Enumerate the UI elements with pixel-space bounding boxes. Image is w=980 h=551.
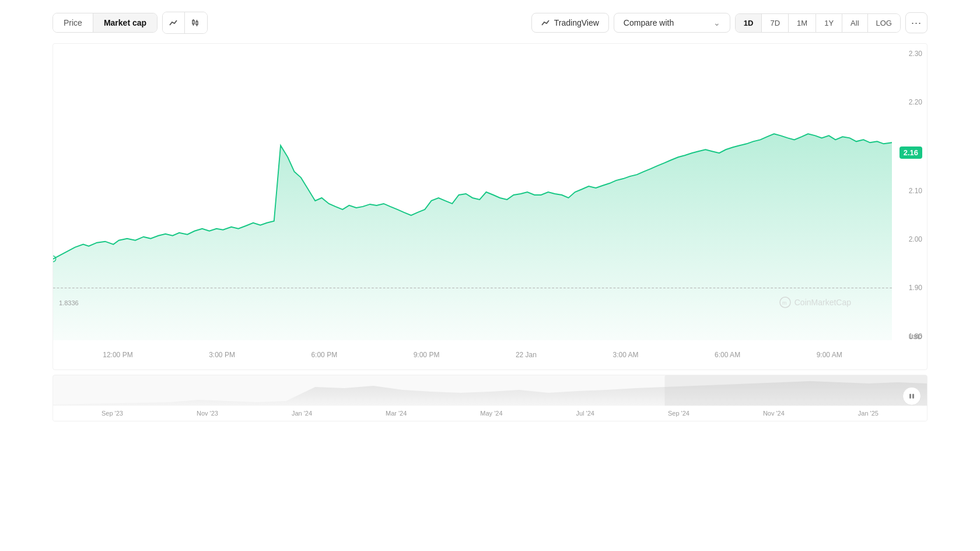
svg-rect-0 [192, 20, 194, 24]
y-axis: 2.30 2.20 2.16 2.10 2.00 1.90 1.80 [892, 44, 927, 369]
minimap-x-jan25: Jan '25 [858, 410, 878, 417]
x-label-2: 6:00 PM [311, 351, 337, 359]
line-chart-button[interactable] [163, 12, 185, 33]
min-price-label: 1.8336 [59, 299, 79, 306]
y-label-210: 2.10 [894, 187, 922, 195]
minimap-svg [53, 375, 927, 408]
svg-rect-11 [909, 394, 911, 399]
x-label-7: 9:00 AM [817, 351, 842, 359]
compare-label: Compare with [624, 18, 674, 27]
watermark: m CoinMarketCap [779, 297, 851, 308]
minimap-x-jul24: Jul '24 [576, 410, 594, 417]
minimap-x-mar24: Mar '24 [386, 410, 407, 417]
tradingview-label: TradingView [554, 18, 599, 27]
main-chart-container: 1.8336 m CoinMarketCap 2.30 2.20 2.16 2.… [52, 43, 928, 370]
chart-type-group [162, 12, 208, 34]
svg-rect-12 [912, 394, 914, 399]
x-label-4: 22 Jan [516, 351, 537, 359]
x-label-5: 3:00 AM [613, 351, 639, 359]
chart-svg [53, 44, 892, 340]
candle-chart-button[interactable] [185, 12, 207, 33]
y-label-190: 1.90 [894, 284, 922, 292]
minimap-x-may24: May '24 [480, 410, 502, 417]
y-label-200: 2.00 [894, 235, 922, 243]
price-button[interactable]: Price [53, 13, 93, 32]
more-options-button[interactable]: ··· [905, 12, 928, 33]
x-label-3: 9:00 PM [414, 351, 440, 359]
minimap-x-sep23: Sep '23 [102, 410, 123, 417]
minimap-x-axis: Sep '23 Nov '23 Jan '24 Mar '24 May '24 … [53, 406, 927, 421]
watermark-text: CoinMarketCap [794, 298, 851, 307]
time-1d-button[interactable]: 1D [736, 14, 762, 32]
minimap-container: Sep '23 Nov '23 Jan '24 Mar '24 May '24 … [52, 375, 928, 421]
time-1y-button[interactable]: 1Y [816, 14, 842, 32]
compare-dropdown[interactable]: Compare with ⌄ [614, 13, 730, 33]
price-marketcap-group: Price Market cap [52, 13, 158, 33]
time-all-button[interactable]: All [842, 14, 867, 32]
minimap-x-nov23: Nov '23 [197, 410, 218, 417]
time-7d-button[interactable]: 7D [762, 14, 789, 32]
chart-plot-area: 1.8336 m CoinMarketCap [53, 44, 892, 340]
y-label-230: 2.30 [894, 50, 922, 58]
usd-label: USD [909, 333, 922, 340]
minimap-x-jan24: Jan '24 [292, 410, 312, 417]
tradingview-button[interactable]: TradingView [531, 13, 609, 33]
x-label-1: 3:00 PM [209, 351, 235, 359]
pause-button[interactable] [902, 387, 921, 406]
x-label-0: 12:00 PM [103, 351, 132, 359]
market-cap-button[interactable]: Market cap [93, 13, 157, 32]
x-label-6: 6:00 AM [715, 351, 740, 359]
minimap-x-sep24: Sep '24 [668, 410, 690, 417]
toolbar: Price Market cap TradingView Compar [0, 0, 980, 43]
minimap-x-nov24: Nov '24 [763, 410, 785, 417]
log-button[interactable]: LOG [868, 14, 900, 32]
time-period-group: 1D 7D 1M 1Y All LOG [735, 13, 901, 33]
y-label-220: 2.20 [894, 98, 922, 106]
x-axis: 12:00 PM 3:00 PM 6:00 PM 9:00 PM 22 Jan … [53, 340, 892, 369]
svg-rect-3 [196, 22, 198, 25]
time-1m-button[interactable]: 1M [789, 14, 816, 32]
svg-text:m: m [782, 300, 787, 306]
chevron-down-icon: ⌄ [713, 18, 720, 27]
current-price-badge: 2.16 [900, 147, 922, 159]
svg-rect-10 [665, 375, 927, 408]
